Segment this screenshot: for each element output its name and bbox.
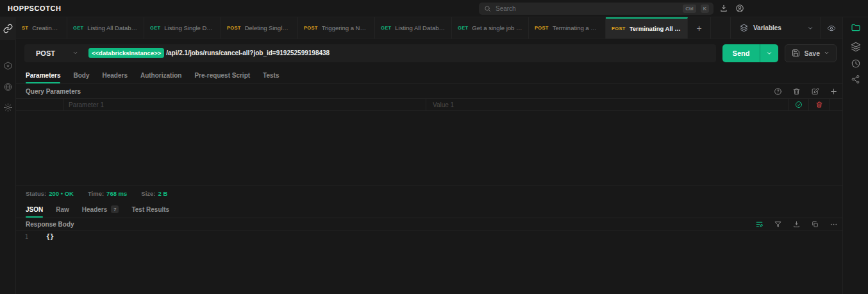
tab-test-results[interactable]: Test Results [125,201,176,218]
response-code-line[interactable]: 1 {} [16,230,842,243]
filter-icon[interactable] [774,220,782,229]
hoppscotch-app: HOPPSCOTCH Ctrl K [0,0,868,294]
tab-creating-new[interactable]: ST Creating a New D... [16,17,67,39]
param-delete[interactable] [809,99,830,110]
top-bar: HOPPSCOTCH Ctrl K [0,0,868,17]
tab-body[interactable]: Body [67,67,96,83]
clock-icon[interactable] [851,58,861,69]
request-tab-strip: ST Creating a New D... GET Listing All D… [16,17,842,39]
tab-triggering-new[interactable]: POST Triggering a New ... [298,17,375,39]
tab-strip-spacer [711,17,730,39]
more-options-icon[interactable] [830,220,838,229]
response-body-actions [755,220,838,229]
right-navigation [842,17,868,294]
tab-raw[interactable]: Raw [49,201,76,218]
search-icon [484,5,491,12]
send-button[interactable]: Send [722,44,779,62]
download-app-icon[interactable] [719,4,728,13]
tab-parameters[interactable]: Parameters [19,67,67,83]
copy-icon[interactable] [811,220,819,229]
save-button-label: Save [804,49,820,57]
link-icon [3,24,13,33]
user-account-icon[interactable] [735,4,744,13]
response-body-title: Response Body [26,221,755,228]
line-number: 1 [16,234,37,240]
save-icon [792,49,800,57]
send-options-chevron[interactable] [760,44,778,62]
param-drag-handle[interactable] [16,99,64,110]
query-parameters-header: Query Parameters [16,84,842,99]
edit-bulk-icon[interactable] [811,87,819,96]
param-row [16,99,842,111]
gear-icon[interactable] [3,103,13,112]
tab-listing-all-1[interactable]: GET Listing All Databric... [67,17,144,39]
tab-terminating-all-active[interactable]: POST Terminating All D... [606,17,688,39]
download-response-icon[interactable] [792,220,801,229]
environment-layers-icon [740,24,748,32]
tab-json[interactable]: JSON [19,201,49,218]
param-key-cell [64,99,426,110]
clear-all-trash-icon[interactable] [792,87,801,96]
save-button[interactable]: Save [785,44,837,62]
trash-icon [815,101,823,108]
add-param-icon[interactable] [830,87,838,96]
param-value-cell [426,99,789,110]
request-url-wrapper: POST <<databricksInstance>> /api/2.1/job… [24,44,716,62]
search-input[interactable] [496,5,678,12]
search-box[interactable]: Ctrl K [479,3,714,15]
add-tab-button[interactable]: + [688,17,711,39]
time-badge: Time: 768 ms [88,190,127,197]
chevron-down-icon [807,25,814,31]
chevron-down-icon [72,50,78,56]
headers-count-badge: 7 [111,205,119,213]
help-icon[interactable] [774,87,782,96]
save-options-chevron-icon[interactable] [824,50,830,56]
url-input[interactable]: <<databricksInstance>> /api/2.1/jobs/run… [86,48,716,58]
size-badge: Size: 2 B [141,190,167,197]
environment-label: Variables [753,24,802,31]
tab-listing-single[interactable]: GET Listing Single Data... [144,17,221,39]
share-icon[interactable] [851,74,860,84]
param-value-input[interactable] [426,101,788,108]
request-bar: POST <<databricksInstance>> /api/2.1/job… [16,39,842,67]
query-parameters-actions [774,87,838,96]
response-section-tabs: JSON Raw Headers 7 Test Results [16,201,842,218]
response-status-bar: Status: 200 • OK Time: 768 ms Size: 2 B [16,185,842,201]
tab-pre-request-script[interactable]: Pre-request Script [188,67,256,83]
app-logo: HOPPSCOTCH [8,4,62,12]
request-section-tabs: Parameters Body Headers Authorization Pr… [16,67,842,84]
environment-quick-peek[interactable] [821,17,842,39]
left-navigation [0,17,16,294]
check-circle-icon [795,101,803,108]
folder-icon[interactable] [851,22,861,33]
query-parameters-title: Query Parameters [26,88,774,95]
param-toggle-active[interactable] [789,99,809,110]
wrap-lines-icon[interactable] [755,220,764,229]
environment-selector[interactable]: Variables [730,17,821,39]
send-button-label: Send [722,44,760,62]
main-panel: ST Creating a New D... GET Listing All D… [16,17,842,294]
url-path-text: /api/2.1/jobs/runs/cancel-all?job_id=919… [166,49,330,56]
param-key-input[interactable] [64,101,426,108]
nav-rest[interactable] [0,17,16,40]
graphql-icon[interactable] [3,61,13,71]
environment-variable-pill: <<databricksInstance>> [88,48,164,58]
tab-response-headers[interactable]: Headers 7 [76,201,126,218]
response-empty-area [16,243,842,294]
method-label: POST [36,49,55,57]
response-body-header: Response Body [16,218,842,230]
tab-deleting-single[interactable]: POST Deleting Single D... [221,17,298,39]
layers-icon[interactable] [851,42,861,52]
tab-headers[interactable]: Headers [96,67,133,83]
status-badge: Status: 200 • OK [26,190,74,197]
shortcut-key-ctrl: Ctrl [683,4,696,13]
tab-listing-all-2[interactable]: GET Listing All Databric... [375,17,452,39]
tab-authorization[interactable]: Authorization [134,67,188,83]
tab-tests[interactable]: Tests [256,67,285,83]
method-selector[interactable]: POST [24,49,86,57]
tab-get-single-job[interactable]: GET Get a single job run [452,17,529,39]
eye-icon [827,24,836,33]
globe-icon[interactable] [3,82,13,92]
param-row-tail [830,99,842,110]
tab-terminating-single[interactable]: POST Terminating a Sin... [529,17,606,39]
